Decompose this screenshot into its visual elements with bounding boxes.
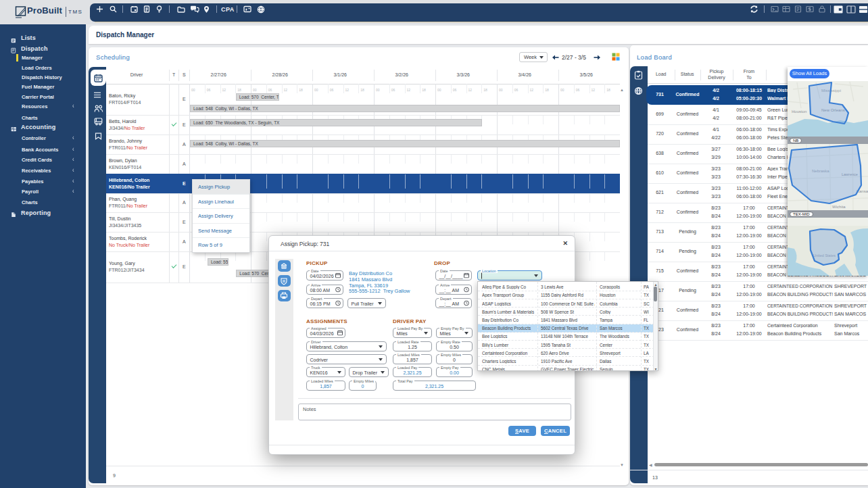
svg-text:Wichita: Wichita [832,205,846,209]
svg-text:Houston: Houston [792,109,806,114]
